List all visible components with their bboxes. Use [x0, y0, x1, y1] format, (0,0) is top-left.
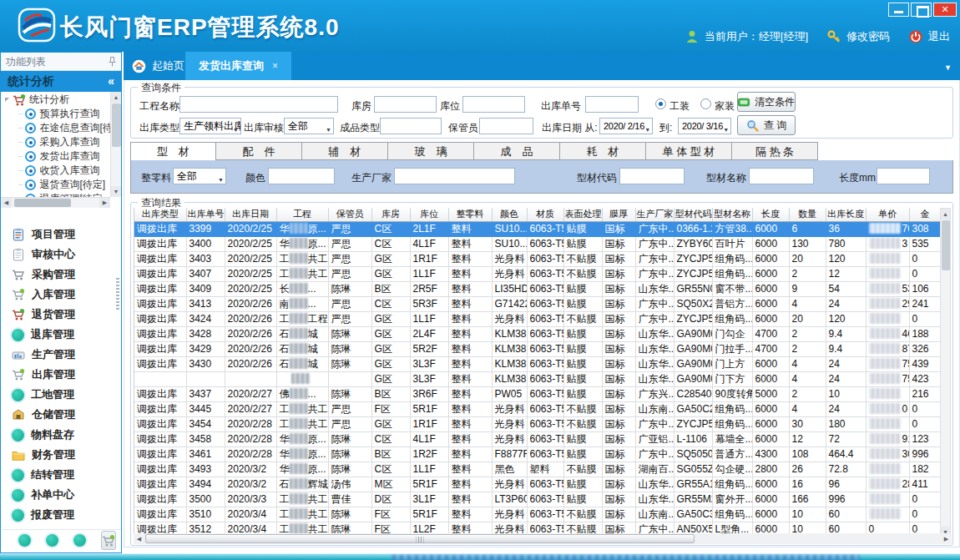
- scroll-right-icon[interactable]: ▶: [941, 533, 952, 544]
- table-row[interactable]: 调拨出库34092020/2/25长...陈琳B区2R5F整料LI35HD606…: [134, 281, 941, 296]
- sidebar-item-return-store-mgmt[interactable]: 退库管理: [2, 325, 110, 345]
- table-row[interactable]: 调拨出库35102020/3/4工共工程陈琳F区5R1F整料光身料6063-T5…: [134, 507, 941, 522]
- table-row[interactable]: 调拨出库34932020/3/2华原...陈琳C区1L1F整料黑色塑料不贴膜国标…: [134, 462, 941, 477]
- table-row[interactable]: 调拨出库34942020/3/2石辉城汤伟M区5R1F整料光身料6063-T5贴…: [134, 477, 941, 492]
- column-header-project[interactable]: 工程: [276, 208, 328, 221]
- tab-list-chevron-icon[interactable]: ▼: [944, 63, 952, 72]
- tab-shipment-outbound-query[interactable]: 发货出库查询 ×: [185, 52, 291, 80]
- date-from-select[interactable]: 2020/ 2/16: [599, 118, 653, 134]
- date-to-select[interactable]: 2020/ 3/16: [678, 118, 731, 134]
- column-header-price[interactable]: 单价: [866, 208, 909, 221]
- sidebar-splitter[interactable]: [115, 228, 120, 378]
- scroll-up-icon[interactable]: ▲: [111, 92, 121, 103]
- tree-item-purchase-inbound-query[interactable]: ┄采购入库查询: [1, 135, 110, 149]
- sidebar-item-project-mgmt[interactable]: 项目管理: [2, 225, 110, 245]
- radio-home-decor[interactable]: [700, 98, 711, 109]
- sidebar-item-warehouse-mgmt[interactable]: 仓储管理: [2, 405, 110, 425]
- column-header-type[interactable]: 出库类型: [134, 208, 186, 221]
- tree-item-receipt-inbound-query[interactable]: ┄收货入库查询: [1, 164, 110, 178]
- sidebar-item-finance-mgmt[interactable]: 财务管理: [2, 445, 110, 465]
- sphere-icon[interactable]: [73, 534, 86, 547]
- column-header-length[interactable]: 长度: [752, 208, 789, 221]
- table-row[interactable]: 调拨出库34302020/2/26石城陈琳G区3L3F整料KLM38176063…: [134, 356, 941, 371]
- product-type-input[interactable]: [380, 118, 442, 134]
- table-horizontal-scrollbar[interactable]: ◀ ▶: [134, 533, 952, 544]
- sidebar-item-returns-mgmt[interactable]: 退货管理: [2, 305, 110, 325]
- table-row[interactable]: 调拨出库34542020/2/28工共工程严思G区1R1F整料光身料6063-T…: [134, 416, 941, 431]
- sidebar-item-site-mgmt[interactable]: 工地管理: [2, 385, 110, 405]
- change-password-link[interactable]: 修改密码: [846, 29, 890, 44]
- table-row[interactable]: 调拨出库34612020/2/28华原...陈琳B区1R2F整料F8877FT6…: [134, 446, 941, 462]
- scroll-up-icon[interactable]: ▲: [941, 209, 950, 219]
- sidebar-item-audit-center[interactable]: 审核中心: [2, 245, 110, 265]
- column-header-date[interactable]: 出库日期: [225, 208, 276, 221]
- whole-part-select[interactable]: 全部: [173, 168, 226, 184]
- length-input[interactable]: [877, 168, 930, 184]
- warehouse-input[interactable]: [374, 96, 437, 113]
- table-row[interactable]: 调拨出库34452020/2/27工共工程严思F区5R1F整料光身料6063-T…: [134, 401, 941, 416]
- outbound-type-select[interactable]: 生产领料出库: [179, 118, 241, 134]
- scroll-left-icon[interactable]: ◀: [134, 533, 144, 544]
- column-header-code[interactable]: 型材代码: [674, 208, 712, 221]
- color-input[interactable]: [268, 168, 335, 184]
- sidebar-item-carryover-mgmt[interactable]: 结转管理: [2, 465, 110, 485]
- tree-item-transit-info-query[interactable]: ┄在途信息查询[待: [1, 121, 110, 135]
- column-header-keeper[interactable]: 保管员: [328, 208, 371, 221]
- table-row[interactable]: 调拨出库34242020/2/26工工程严思G区1L1F整料光身料6063-T5…: [134, 311, 941, 326]
- search-button[interactable]: 查 询: [737, 115, 796, 135]
- table-row[interactable]: 调拨出库33992020/2/25华原...严思C区2L1F整料SU10...6…: [134, 221, 941, 236]
- material-tab-1[interactable]: 配 件: [216, 142, 302, 160]
- tree-expander-icon[interactable]: [5, 98, 9, 102]
- column-header-amount[interactable]: 金: [909, 208, 941, 221]
- sphere-icon[interactable]: [46, 534, 58, 547]
- close-button[interactable]: ✕: [933, 3, 957, 17]
- tree-item-shipment-outbound-query[interactable]: ┄发货出库查询: [1, 149, 110, 164]
- tree-vertical-scrollbar[interactable]: ▲ ▼: [110, 92, 121, 197]
- column-header-whole[interactable]: 整零料: [448, 208, 492, 221]
- maximize-button[interactable]: [911, 3, 932, 17]
- material-tab-6[interactable]: 单 体 型 材: [646, 142, 732, 160]
- table-row[interactable]: 调拨出库34292020/2/26石城陈琳G区5R2F整料KLM38176063…: [134, 341, 941, 356]
- tree-item-returns-query[interactable]: ┄退货查询[待定]: [1, 178, 110, 192]
- pin-icon[interactable]: [109, 57, 116, 67]
- project-name-input[interactable]: [179, 96, 338, 113]
- sidebar-item-purchase-mgmt[interactable]: 采购管理: [2, 265, 110, 285]
- tab-home[interactable]: 起始页: [124, 52, 193, 80]
- material-tab-2[interactable]: 辅 材: [302, 142, 388, 160]
- column-header-outlen[interactable]: 出库长度: [826, 208, 866, 221]
- column-header-surface[interactable]: 表面处理: [563, 208, 602, 221]
- material-tab-0[interactable]: 型 材: [130, 142, 216, 160]
- column-header-location[interactable]: 库位: [410, 208, 448, 221]
- sidebar-item-production-mgmt[interactable]: 生产管理: [2, 345, 110, 365]
- sidebar-section-header[interactable]: 统计分析 «: [1, 71, 121, 92]
- table-vertical-scrollbar[interactable]: ▲ ▼: [940, 208, 951, 538]
- column-header-color[interactable]: 颜色: [492, 208, 527, 221]
- tab-close-icon[interactable]: ×: [272, 60, 278, 72]
- table-row[interactable]: G区3L3F整料KLM38176063-T5贴膜国标山东华...GA90M09.…: [134, 371, 941, 386]
- location-input[interactable]: [462, 96, 525, 113]
- column-header-maker[interactable]: 生产厂家: [635, 208, 674, 221]
- order-no-input[interactable]: [585, 96, 639, 113]
- minimize-button[interactable]: [888, 3, 909, 17]
- sidebar-item-inbound-mgmt[interactable]: 入库管理: [2, 285, 110, 305]
- material-tab-4[interactable]: 成 品: [474, 142, 560, 160]
- table-row[interactable]: 调拨出库34282020/2/26石城陈琳G区2L4F整料KLM38176063…: [134, 326, 941, 341]
- sidebar-item-material-inventory[interactable]: 物料盘存: [2, 425, 110, 445]
- column-header-material[interactable]: 材质: [527, 208, 563, 221]
- table-row[interactable]: 调拨出库35002020/3/3工共工程曹佳D区3L1F整料LT3P606063…: [134, 492, 941, 507]
- column-header-film[interactable]: 膜厚: [602, 208, 635, 221]
- profile-code-input[interactable]: [619, 168, 685, 184]
- logout-link[interactable]: 退出: [928, 29, 950, 44]
- table-row[interactable]: 调拨出库34132020/2/26南...严思C区5R3F整料G71422606…: [134, 296, 941, 311]
- scroll-down-icon[interactable]: ▼: [111, 186, 121, 197]
- column-header-qty[interactable]: 数量: [789, 208, 826, 221]
- material-tab-5[interactable]: 耗 材: [560, 142, 646, 160]
- sphere-icon[interactable]: [18, 534, 31, 547]
- table-row[interactable]: 调拨出库34372020/2/27佛...陈琳B区3R6F整料PW056063-…: [134, 386, 941, 401]
- material-tab-3[interactable]: 玻 璃: [388, 142, 474, 160]
- table-row[interactable]: 调拨出库34002020/2/25华原...严思C区4L1F整料SU10...6…: [134, 236, 941, 251]
- table-row[interactable]: 调拨出库34072020/2/25工共工程严思G区1L1F整料光身料6063-T…: [134, 266, 941, 281]
- tree-item-budget-exec-query[interactable]: ┄预算执行查询: [1, 107, 110, 121]
- column-header-no[interactable]: 出库单号: [186, 208, 225, 221]
- column-header-warehouse[interactable]: 库房: [371, 208, 410, 221]
